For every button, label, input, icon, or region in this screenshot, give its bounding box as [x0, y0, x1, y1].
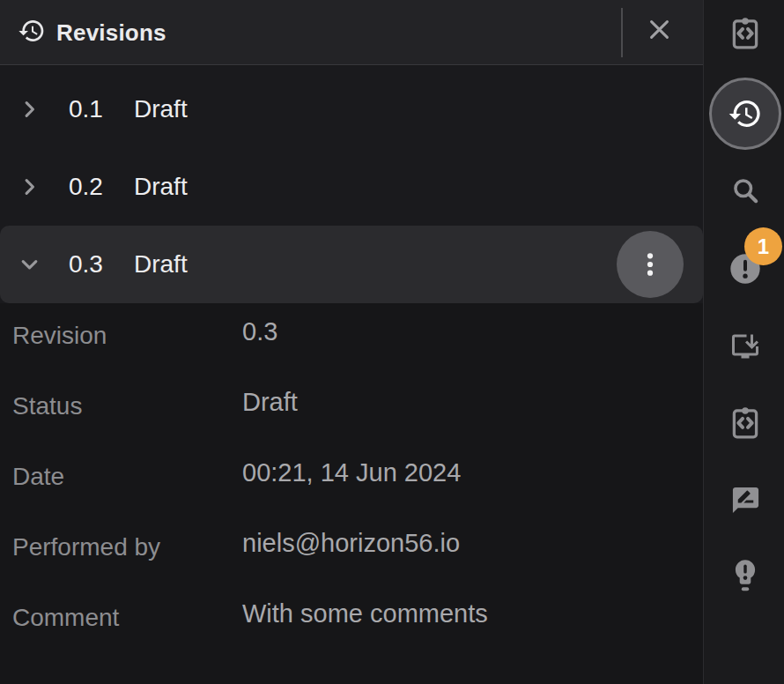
- revision-version: 0.3: [69, 250, 103, 279]
- detail-label: Performed by: [12, 533, 160, 561]
- panel-title: Revisions: [56, 0, 166, 65]
- sidebar-button-issues[interactable]: 1: [723, 247, 767, 291]
- detail-value: 00:21, 14 Jun 2024: [242, 458, 461, 487]
- rate-review-icon: [730, 485, 761, 516]
- detail-value: Draft: [242, 388, 298, 417]
- revision-row-0.2[interactable]: 0.2 Draft: [0, 148, 703, 226]
- sidebar-button-history-selected[interactable]: [709, 78, 781, 150]
- revision-row-0.3-selected[interactable]: 0.3 Draft: [0, 226, 703, 303]
- revisions-panel: Revisions 0.1 Draft: [0, 0, 703, 684]
- revision-status: Draft: [134, 95, 188, 123]
- revision-status: Draft: [134, 250, 188, 279]
- detail-row: Comment With some comments: [0, 585, 703, 651]
- detail-row: Revision 0.3: [0, 303, 703, 368]
- sidebar-button-search[interactable]: [723, 168, 767, 212]
- code-clipboard-icon: [729, 405, 761, 442]
- sidebar-button-code-clipboard[interactable]: [723, 401, 767, 445]
- detail-label: Comment: [12, 604, 119, 632]
- close-button[interactable]: [640, 11, 677, 48]
- detail-row: Status Draft: [0, 374, 703, 439]
- kebab-icon: [635, 249, 665, 279]
- more-options-button[interactable]: [617, 231, 684, 298]
- chevron-right-icon[interactable]: [18, 98, 41, 122]
- history-icon: [728, 96, 763, 131]
- detail-label: Date: [12, 463, 64, 491]
- chevron-right-icon[interactable]: [18, 175, 41, 199]
- sidebar-button-feedback[interactable]: [723, 478, 767, 522]
- notification-badge: 1: [744, 227, 782, 265]
- install-desktop-icon: [729, 331, 761, 362]
- code-clipboard-icon: [729, 15, 761, 52]
- detail-row: Date 00:21, 14 Jun 2024: [0, 444, 703, 509]
- sidebar-button-tips[interactable]: [723, 554, 767, 598]
- detail-value: niels@horizon56.io: [242, 529, 460, 558]
- chevron-down-icon[interactable]: [18, 253, 41, 277]
- close-icon: [645, 15, 674, 44]
- revision-version: 0.1: [69, 95, 103, 123]
- revision-version: 0.2: [69, 173, 103, 201]
- sidebar-button-install-desktop[interactable]: [723, 324, 767, 368]
- search-icon: [730, 175, 760, 205]
- header-divider: [621, 8, 623, 57]
- lightbulb-alert-icon: [729, 557, 761, 594]
- revision-list: 0.1 Draft 0.2 Draft 0.3: [0, 66, 703, 303]
- revision-row-0.1[interactable]: 0.1 Draft: [0, 71, 703, 148]
- revision-status: Draft: [134, 173, 188, 201]
- detail-row: Performed by niels@horizon56.io: [0, 515, 703, 580]
- icon-sidebar: 1: [703, 0, 784, 684]
- revisions-screen: Revisions 0.1 Draft: [0, 0, 784, 684]
- detail-label: Revision: [12, 322, 107, 350]
- detail-value: With some comments: [242, 599, 488, 628]
- revision-details: Revision 0.3 Status Draft Date 00:21, 14…: [0, 303, 703, 684]
- history-icon: [18, 17, 46, 45]
- panel-header: Revisions: [0, 0, 703, 65]
- detail-value: 0.3: [242, 317, 277, 346]
- detail-label: Status: [12, 392, 82, 420]
- sidebar-button-code-clipboard[interactable]: [723, 11, 767, 56]
